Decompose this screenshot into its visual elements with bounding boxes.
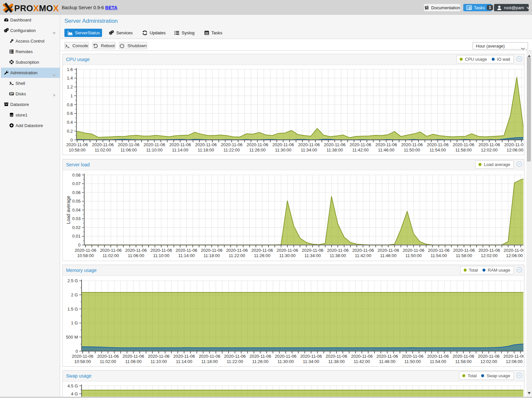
svg-text:2020-11-06: 2020-11-06 [221,142,243,147]
svg-text:2020-11-06: 2020-11-06 [148,354,170,359]
svg-text:11:54:00: 11:54:00 [430,359,446,364]
svg-text:2020-11-06: 2020-11-06 [276,248,298,253]
svg-text:11:54:00: 11:54:00 [431,253,447,258]
svg-text:2020-11-06: 2020-11-06 [504,142,523,147]
svg-text:0.4: 0.4 [67,120,73,125]
svg-text:10:58:00: 10:58:00 [77,253,94,258]
svg-text:12:02:00: 12:02:00 [481,148,498,152]
svg-text:2020-11-06: 2020-11-06 [453,142,475,147]
svg-text:0.01: 0.01 [72,234,81,239]
svg-text:0.03: 0.03 [72,216,81,221]
svg-text:11:10:00: 11:10:00 [153,253,169,258]
svg-text:2020-11-06: 2020-11-06 [72,354,93,359]
svg-text:2020-11-06: 2020-11-06 [247,142,268,147]
svg-text:11:14:00: 11:14:00 [172,148,189,152]
svg-text:11:10:00: 11:10:00 [151,359,167,364]
svg-text:2020-11-06: 2020-11-06 [97,354,119,359]
svg-text:2020-11-06: 2020-11-06 [503,354,523,359]
svg-text:2020-11-06: 2020-11-06 [352,248,374,253]
svg-text:2020-11-06: 2020-11-06 [351,354,373,359]
svg-text:2020-11-06: 2020-11-06 [402,354,424,359]
svg-text:2020-11-06: 2020-11-06 [427,142,449,147]
svg-text:11:22:00: 11:22:00 [229,253,245,258]
svg-text:11:18:00: 11:18:00 [198,148,214,152]
svg-text:0.06: 0.06 [72,190,81,195]
svg-text:2020-11-06: 2020-11-06 [251,248,273,253]
svg-text:2020-11-06: 2020-11-06 [75,248,96,253]
svg-text:1.4: 1.4 [67,76,73,81]
svg-text:0.02: 0.02 [72,225,81,230]
svg-text:2020-11-06: 2020-11-06 [428,248,450,253]
svg-text:4 G: 4 G [71,391,78,396]
svg-text:0.05: 0.05 [72,199,81,204]
svg-text:11:46:00: 11:46:00 [379,359,396,364]
svg-text:11:14:00: 11:14:00 [176,359,193,364]
svg-text:11:50:00: 11:50:00 [405,359,421,364]
svg-text:2020-11-06: 2020-11-06 [125,248,147,253]
svg-text:11:46:00: 11:46:00 [380,253,397,258]
svg-text:10:58:00: 10:58:00 [74,359,91,364]
svg-text:2020-11-06: 2020-11-06 [298,142,320,147]
svg-text:11:06:00: 11:06:00 [121,148,137,152]
svg-text:11:10:00: 11:10:00 [146,148,163,152]
svg-text:12:06:00: 12:06:00 [506,359,523,364]
svg-text:2020-11-06: 2020-11-06 [427,354,449,359]
svg-text:11:26:00: 11:26:00 [254,253,270,258]
svg-text:2020-11-06: 2020-11-06 [169,142,191,147]
svg-text:2020-11-06: 2020-11-06 [123,354,144,359]
svg-text:2020-11-06: 2020-11-06 [150,248,172,253]
svg-text:11:42:00: 11:42:00 [355,253,372,258]
svg-text:12:02:00: 12:02:00 [481,253,498,258]
svg-text:11:50:00: 11:50:00 [405,253,422,258]
svg-text:11:58:00: 11:58:00 [455,359,472,364]
svg-text:Load average: Load average [66,196,71,224]
svg-text:11:54:00: 11:54:00 [430,148,446,152]
svg-text:1 G: 1 G [71,320,78,325]
svg-text:12:06:00: 12:06:00 [507,148,523,152]
svg-text:0: 0 [78,243,81,248]
svg-text:2020-11-06: 2020-11-06 [453,248,475,253]
svg-text:1.2: 1.2 [67,84,73,89]
svg-text:11:26:00: 11:26:00 [252,359,268,364]
svg-text:2020-11-06: 2020-11-06 [92,142,114,147]
svg-text:2020-11-06: 2020-11-06 [275,354,297,359]
svg-text:11:42:00: 11:42:00 [352,148,369,152]
svg-text:2020-11-06: 2020-11-06 [199,354,221,359]
svg-text:11:30:00: 11:30:00 [275,148,292,152]
svg-text:11:34:00: 11:34:00 [303,359,319,364]
svg-text:2020-11-06: 2020-11-06 [479,248,500,253]
svg-text:11:14:00: 11:14:00 [178,253,195,258]
svg-text:4.5 G: 4.5 G [67,383,78,388]
svg-text:11:30:00: 11:30:00 [279,253,296,258]
svg-text:11:34:00: 11:34:00 [304,253,321,258]
svg-text:0.6: 0.6 [67,111,73,116]
svg-text:2020-11-06: 2020-11-06 [479,142,500,147]
svg-text:11:22:00: 11:22:00 [227,359,243,364]
svg-text:0.2: 0.2 [67,129,73,134]
svg-text:2020-11-06: 2020-11-06 [249,354,271,359]
svg-text:2020-11-06: 2020-11-06 [173,354,195,359]
svg-text:0: 0 [70,138,73,143]
svg-text:1.6: 1.6 [67,67,73,72]
svg-text:0: 0 [76,349,78,354]
svg-text:1: 1 [70,93,73,98]
svg-text:1.5 G: 1.5 G [67,307,78,312]
svg-text:2020-11-06: 2020-11-06 [66,142,88,147]
svg-text:2020-11-06: 2020-11-06 [201,248,223,253]
svg-text:10:58:00: 10:58:00 [69,148,86,152]
svg-text:2020-11-06: 2020-11-06 [403,248,424,253]
svg-text:2020-11-06: 2020-11-06 [100,248,122,253]
svg-text:2020-11-06: 2020-11-06 [375,142,397,147]
svg-text:11:50:00: 11:50:00 [404,148,420,152]
svg-text:11:02:00: 11:02:00 [100,359,116,364]
svg-text:2020-11-06: 2020-11-06 [478,354,500,359]
svg-text:0.07: 0.07 [72,181,81,186]
svg-text:2020-11-06: 2020-11-06 [452,354,474,359]
svg-text:11:46:00: 11:46:00 [378,148,395,152]
svg-text:11:58:00: 11:58:00 [456,253,472,258]
svg-text:11:02:00: 11:02:00 [103,253,119,258]
svg-text:500 M: 500 M [66,335,78,340]
svg-text:2020-11-06: 2020-11-06 [300,354,322,359]
svg-text:12:06:00: 12:06:00 [506,253,523,258]
svg-text:2020-11-06: 2020-11-06 [324,142,346,147]
